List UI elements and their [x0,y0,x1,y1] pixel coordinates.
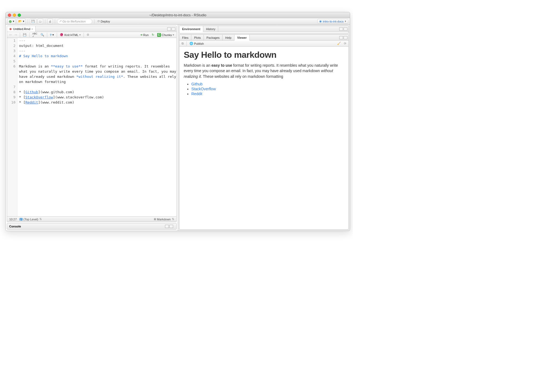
viewer-panel: Files Plots Packages Help Viewer ⧉ 🌐 [179,34,349,230]
knit-button[interactable]: 🧶 Knit HTML ▾ [59,32,82,38]
code-line: Markdown is an **easy to use** format fo… [19,64,176,84]
scope-selector-icon[interactable]: ⇅ [39,217,42,221]
maximize-pane-button[interactable] [169,225,173,228]
run-button[interactable]: ➔ Run [139,32,150,38]
source-panel: ◉ Untitled.Rmd × ⇦ ⇨ 💾 ABC✓ [7,26,177,222]
knit-label: Knit HTML [64,33,78,37]
minimize-pane-button[interactable] [167,27,171,31]
back-button[interactable]: ⇦ [8,32,13,38]
maximize-pane-button[interactable] [344,27,347,31]
dropdown-icon: ▾ [345,20,346,23]
source-tab-file[interactable]: ◉ Untitled.Rmd × [7,26,36,32]
publish-button[interactable]: 🌐 Publish [188,41,205,46]
source-pane-controls [167,26,176,32]
toolbar-divider [20,33,20,37]
toolbar-divider [29,33,30,37]
scope-label[interactable]: (Top Level) [24,218,38,221]
rerun-icon: ↻ [152,33,154,37]
link-stackoverflow[interactable]: StackOverflow [191,87,216,91]
language-mode[interactable]: R Markdown [154,218,171,221]
toolbar-divider [28,19,28,24]
list-item: Github [191,82,344,86]
plus-icon: ⊕ [9,19,12,24]
preview-list: Github StackOverflow Reddit [184,82,344,96]
broom-icon: 🧹 [337,42,341,45]
spellcheck-button[interactable]: ABC✓ [31,32,39,38]
print-icon: 🖨 [49,20,52,23]
help-button[interactable]: ? ▾ [49,32,55,38]
main-toolbar: ⊕ ▾ 📂 ▾ 💾 🗂 🖨 ↗ Go to file/function ⟳ De… [6,18,350,25]
source-statusbar: 10:27 ƒ (Top Level) ⇅ R Markdown ⇅ [7,216,176,222]
project-name: intro-to-int-docs [323,20,344,23]
console-pane-controls [165,225,174,228]
deploy-button[interactable]: ⟳ Deploy [96,19,111,24]
forward-button[interactable]: ⇨ [14,32,18,38]
line-gutter: 123456 78910 [7,38,17,216]
env-tabs: Environment History [179,26,348,32]
tab-history[interactable]: History [203,26,218,32]
source-tabs: ◉ Untitled.Rmd × [7,26,176,32]
minimize-pane-button[interactable] [339,27,343,31]
rmarkdown-file-icon: ◉ [9,27,12,31]
print-button[interactable]: 🖨 [47,19,53,24]
clear-viewer-button[interactable]: 🧹 [336,41,342,46]
find-button[interactable]: 🔍 [39,32,45,38]
save-icon: 💾 [23,33,27,37]
search-icon: 🔍 [40,33,44,37]
console-tab[interactable]: Console [9,225,21,228]
dropdown-icon: ▾ [79,33,81,37]
goto-arrow-icon: ↗ [59,20,61,23]
forward-arrow-icon: ⇨ [15,33,17,37]
deploy-label: Deploy [101,20,110,23]
link-github[interactable]: Github [191,82,202,86]
save-button[interactable]: 💾 [30,19,36,24]
toolbar-divider [57,33,57,37]
preview-heading: Say Hello to markdown [184,50,344,60]
tab-packages[interactable]: Packages [204,35,223,40]
tab-files[interactable]: Files [179,35,191,40]
code-line: --- [19,38,25,43]
minimize-pane-button[interactable] [339,36,343,39]
publish-icon: 🌐 [189,42,193,45]
refresh-viewer-button[interactable]: ⟳ [343,41,347,46]
preview-paragraph: Markdown is an easy to use format for wr… [184,63,344,79]
refresh-icon: ⟳ [344,42,346,45]
toolbar-divider [55,19,55,24]
rerun-button[interactable]: ↻ [151,32,155,38]
tab-plots[interactable]: Plots [191,35,204,40]
link-reddit[interactable]: Reddit [191,92,202,96]
minimize-pane-button[interactable] [165,225,169,228]
goto-placeholder: Go to file/function [62,20,86,23]
new-file-button[interactable]: ⊕ ▾ [7,19,16,24]
open-in-browser-button[interactable]: ⧉ [180,41,185,46]
close-tab-icon[interactable]: × [31,27,33,31]
help-icon: ? [50,33,52,37]
knit-options-button[interactable]: ⚙ [85,32,90,38]
language-selector-icon[interactable]: ⇅ [172,217,174,221]
chunks-dropdown[interactable]: C Chunks ▾ [156,32,175,38]
save-all-button[interactable]: 🗂 [37,19,43,24]
code-line: * [Github](www.github.com) [19,90,74,94]
project-switcher[interactable]: ◉ intro-to-int-docs ▾ [317,19,348,24]
spellcheck-icon: ABC✓ [32,32,37,38]
save-source-button[interactable]: 💾 [22,32,28,38]
toolbar-divider [47,33,47,37]
right-pane: Environment History Files Plots Packages… [178,25,350,231]
code-line: output: html_document [19,44,64,48]
list-item: StackOverflow [191,87,344,91]
maximize-pane-button[interactable] [172,27,175,31]
toolbar-divider [94,19,94,24]
run-label: Run [143,33,149,37]
source-toolbar: ⇦ ⇨ 💾 ABC✓ 🔍 ? ▾ 🧶 Knit HTML ▾ [7,32,176,38]
tab-environment[interactable]: Environment [179,26,203,32]
folder-open-icon: 📂 [18,20,22,23]
goto-file-search[interactable]: ↗ Go to file/function [57,19,92,24]
maximize-pane-button[interactable] [344,36,347,39]
tab-viewer[interactable]: Viewer [234,35,250,41]
save-icon: 💾 [31,20,35,23]
deploy-icon: ⟳ [97,20,100,23]
tab-help[interactable]: Help [223,35,234,40]
open-file-button[interactable]: 📂 ▾ [17,19,26,24]
viewer-tabs: Files Plots Packages Help Viewer [179,35,348,41]
code-editor[interactable]: 123456 78910 --- output: html_document -… [7,38,176,216]
